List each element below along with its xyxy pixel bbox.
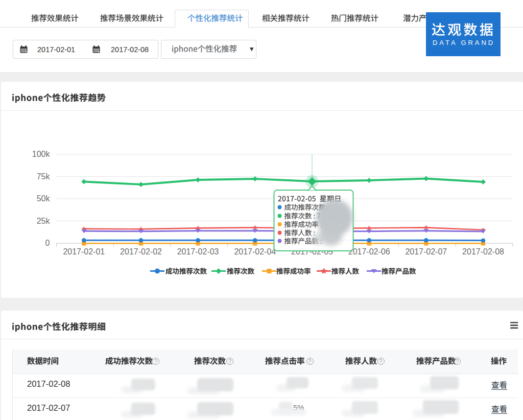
svg-text:0: 0 xyxy=(45,239,50,247)
svg-text:25k: 25k xyxy=(37,217,51,225)
svg-text:2017-02-03: 2017-02-03 xyxy=(177,247,219,256)
svg-text:75k: 75k xyxy=(37,172,51,181)
svg-text:2017-02-06: 2017-02-06 xyxy=(348,247,390,256)
svg-text:2017-02-04: 2017-02-04 xyxy=(234,247,276,256)
svg-text:100k: 100k xyxy=(32,150,51,158)
svg-text:50k: 50k xyxy=(37,194,51,203)
svg-text:2017-02-01: 2017-02-01 xyxy=(63,247,105,256)
svg-text:2017-02-02: 2017-02-02 xyxy=(120,247,162,256)
svg-text:2017-02-07: 2017-02-07 xyxy=(405,247,447,256)
svg-text:2017-02-08: 2017-02-08 xyxy=(462,247,504,256)
